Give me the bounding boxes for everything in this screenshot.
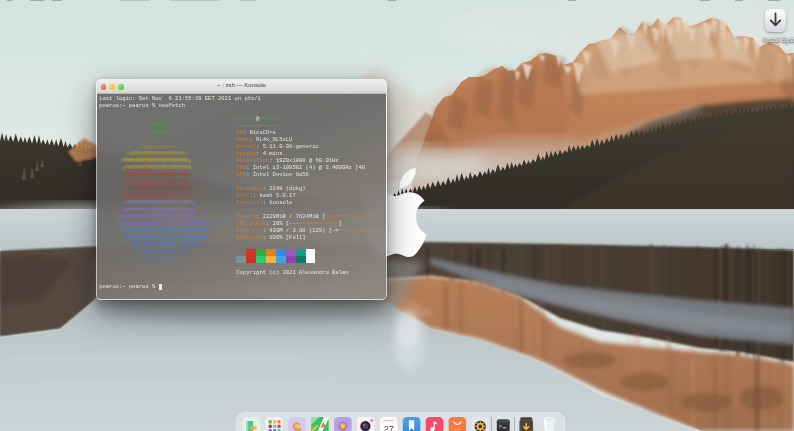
svg-text:27: 27 <box>384 424 394 431</box>
svg-text:Wednesday: Wednesday <box>383 419 395 421</box>
svg-text:>: > <box>499 424 502 430</box>
